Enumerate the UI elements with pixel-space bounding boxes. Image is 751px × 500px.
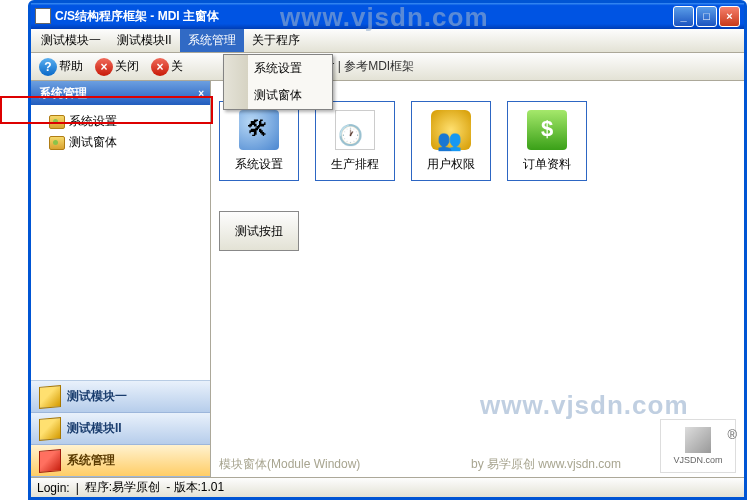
dropdown-item-testwin[interactable]: 测试窗体 bbox=[224, 82, 332, 109]
tile-label: 用户权限 bbox=[427, 156, 475, 173]
test-button[interactable]: 测试按扭 bbox=[219, 211, 299, 251]
module-footer-text: 模块窗体(Module Window) bbox=[219, 456, 360, 473]
toolbar-close-button[interactable]: × 关闭 bbox=[91, 56, 143, 78]
dropdown-item-settings[interactable]: 系统设置 bbox=[224, 55, 332, 82]
nav-label: 测试模块一 bbox=[67, 388, 127, 405]
toolbar-close2-label: 关 bbox=[171, 58, 183, 75]
close-icon: × bbox=[95, 58, 113, 76]
tile-schedule[interactable]: 生产排程 bbox=[315, 101, 395, 181]
tree-item-testwin[interactable]: 测试窗体 bbox=[35, 132, 206, 153]
logo-text: VJSDN.com bbox=[673, 455, 722, 465]
main-area: 系统管理 × 系统设置 测试窗体 测试模块一 bbox=[31, 81, 744, 477]
sidebar: 系统管理 × 系统设置 测试窗体 测试模块一 bbox=[31, 81, 211, 477]
nav-item-test2[interactable]: 测试模块II bbox=[31, 413, 210, 445]
x-icon: × bbox=[151, 58, 169, 76]
cube-icon bbox=[39, 449, 61, 473]
toolbar-help-label: 帮助 bbox=[59, 58, 83, 75]
tile-label: 生产排程 bbox=[331, 156, 379, 173]
permissions-icon bbox=[431, 110, 471, 150]
statusbar: Login: | 程序:易学原创 - 版本:1.01 bbox=[31, 477, 744, 497]
cube-icon bbox=[39, 385, 61, 409]
sidebar-nav: 测试模块一 测试模块II 系统管理 bbox=[31, 380, 210, 477]
menu-test1[interactable]: 测试模块一 bbox=[33, 29, 109, 52]
schedule-icon bbox=[335, 110, 375, 150]
status-version: - 版本:1.01 bbox=[166, 479, 224, 496]
tile-permissions[interactable]: 用户权限 bbox=[411, 101, 491, 181]
menu-sysmgmt[interactable]: 系统管理 bbox=[180, 29, 244, 52]
close-button[interactable]: × bbox=[719, 6, 740, 27]
nav-item-sysmgmt[interactable]: 系统管理 bbox=[31, 445, 210, 477]
tile-orders[interactable]: 订单资料 bbox=[507, 101, 587, 181]
tile-grid: 系统设置 生产排程 用户权限 订单资料 bbox=[219, 101, 736, 181]
nav-item-test1[interactable]: 测试模块一 bbox=[31, 381, 210, 413]
sidebar-header: 系统管理 × bbox=[31, 81, 210, 105]
dropdown-menu: 系统设置 测试窗体 bbox=[223, 54, 333, 110]
menubar: 测试模块一 测试模块II 系统管理 关于程序 bbox=[31, 29, 744, 53]
window-title: C/S结构程序框架 - MDI 主窗体 bbox=[55, 8, 219, 25]
content-area: 系统设置 生产排程 用户权限 订单资料 测试按扭 模块窗体(Module Win… bbox=[211, 81, 744, 477]
menu-test2[interactable]: 测试模块II bbox=[109, 29, 180, 52]
nav-label: 系统管理 bbox=[67, 452, 115, 469]
folder-icon bbox=[49, 136, 65, 150]
logo-reg: ® bbox=[727, 427, 737, 442]
nav-label: 测试模块II bbox=[67, 420, 122, 437]
orders-icon bbox=[527, 110, 567, 150]
toolbar-help-button[interactable]: ? 帮助 bbox=[35, 56, 87, 78]
module-footer-by: by 易学原创 www.vjsdn.com bbox=[471, 456, 621, 473]
mdi-window: C/S结构程序框架 - MDI 主窗体 _ □ × 测试模块一 测试模块II 系… bbox=[28, 0, 747, 500]
toolbar-close2-button[interactable]: × 关 bbox=[147, 56, 187, 78]
status-sep: | bbox=[76, 481, 79, 495]
folder-icon bbox=[49, 115, 65, 129]
status-program: 程序:易学原创 bbox=[85, 479, 160, 496]
maximize-button[interactable]: □ bbox=[696, 6, 717, 27]
tile-label: 系统设置 bbox=[235, 156, 283, 173]
sidebar-close-icon[interactable]: × bbox=[198, 88, 204, 99]
help-icon: ? bbox=[39, 58, 57, 76]
status-login: Login: bbox=[37, 481, 70, 495]
minimize-button[interactable]: _ bbox=[673, 6, 694, 27]
app-icon bbox=[35, 8, 51, 24]
menu-about[interactable]: 关于程序 bbox=[244, 29, 308, 52]
vjsdn-logo: VJSDN.com ® bbox=[660, 419, 736, 473]
toolbar-close-label: 关闭 bbox=[115, 58, 139, 75]
settings-icon bbox=[239, 110, 279, 150]
toolbar: ? 帮助 × 关闭 × 关 oolbar | 参考MDI框架 bbox=[31, 53, 744, 81]
cube-icon bbox=[39, 417, 61, 441]
logo-cube-icon bbox=[685, 427, 711, 453]
sidebar-tree: 系统设置 测试窗体 bbox=[31, 105, 210, 380]
sidebar-header-title: 系统管理 bbox=[39, 85, 87, 102]
tile-label: 订单资料 bbox=[523, 156, 571, 173]
tree-label: 测试窗体 bbox=[69, 134, 117, 151]
window-buttons: _ □ × bbox=[673, 6, 740, 27]
titlebar[interactable]: C/S结构程序框架 - MDI 主窗体 _ □ × bbox=[31, 3, 744, 29]
tile-settings[interactable]: 系统设置 bbox=[219, 101, 299, 181]
tree-item-settings[interactable]: 系统设置 bbox=[35, 111, 206, 132]
tree-label: 系统设置 bbox=[69, 113, 117, 130]
